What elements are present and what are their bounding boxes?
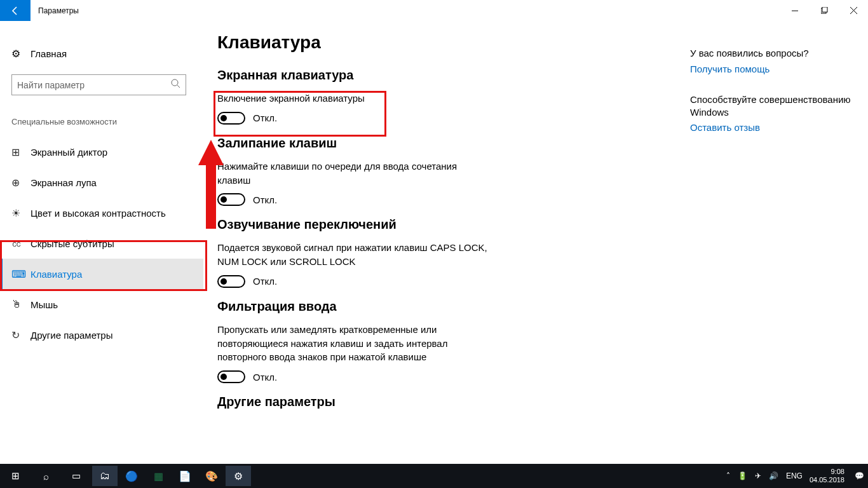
sidebar-item-keyboard[interactable]: ⌨ Клавиатура <box>0 259 203 289</box>
main-content: Клавиатура Экранная клавиатура Включение… <box>203 21 690 464</box>
toggle-toggle-keys[interactable] <box>217 275 245 288</box>
section-heading: Фильтрация ввода <box>217 299 690 314</box>
sidebar-item-label: Скрытые субтитры <box>31 238 114 249</box>
maximize-button[interactable] <box>810 0 839 21</box>
section-heading: Залипание клавиш <box>217 136 690 151</box>
other-icon: ↻ <box>11 329 31 341</box>
help-panel: У вас появились вопросы? Получить помощь… <box>690 21 868 464</box>
taskbar-app-paint[interactable]: 🎨 <box>199 466 224 486</box>
contrast-icon: ☀ <box>11 207 31 219</box>
tray-chevron-icon[interactable]: ˄ <box>722 471 734 480</box>
svg-line-4 <box>177 85 180 88</box>
setting-label: Пропускать или замедлять кратковременные… <box>217 323 491 364</box>
svg-rect-2 <box>822 7 827 12</box>
setting-label: Включение экранной клавиатуры <box>217 92 491 105</box>
home-label: Главная <box>31 48 67 59</box>
sidebar-item-contrast[interactable]: ☀ Цвет и высокая контрастность <box>0 198 203 228</box>
taskbar: ⊞ ⌕ ▭ 🗂 🔵 ▦ 📄 🎨 ⚙ ˄ 🔋 ✈ 🔊 ENG 9:08 04.05… <box>0 464 868 488</box>
taskbar-app-excel[interactable]: ▦ <box>146 466 171 486</box>
sidebar: ⚙ Главная Найти параметр Специальные воз… <box>0 21 203 464</box>
title-bar: Параметры <box>0 0 868 21</box>
sidebar-item-label: Экранная лупа <box>31 177 97 188</box>
toggle-state: Откл. <box>253 194 277 205</box>
sidebar-item-narrator[interactable]: ⊞ Экранный диктор <box>0 137 203 167</box>
window-title: Параметры <box>31 0 79 21</box>
sidebar-item-label: Другие параметры <box>31 330 113 341</box>
sidebar-item-label: Мышь <box>31 299 58 310</box>
tray-airplane-icon[interactable]: ✈ <box>751 471 765 480</box>
sidebar-item-label: Клавиатура <box>31 269 82 280</box>
get-help-link[interactable]: Получить помощь <box>690 64 858 74</box>
tray-battery-icon[interactable]: 🔋 <box>734 471 751 480</box>
search-button[interactable]: ⌕ <box>31 464 61 488</box>
toggle-onscreen-keyboard[interactable] <box>217 112 245 125</box>
section-heading: Экранная клавиатура <box>217 68 690 83</box>
task-view-button[interactable]: ▭ <box>61 464 92 488</box>
setting-label: Нажимайте клавиши по очереди для ввода с… <box>217 159 491 187</box>
keyboard-icon: ⌨ <box>11 268 31 280</box>
nav-section-title: Специальные возможности <box>11 117 203 126</box>
minimize-button[interactable] <box>780 0 810 21</box>
tray-language[interactable]: ENG <box>782 471 806 480</box>
magnifier-icon: ⊕ <box>11 177 31 189</box>
close-button[interactable] <box>839 0 868 21</box>
tray-date: 04.05.2018 <box>810 476 844 484</box>
toggle-sticky-keys[interactable] <box>217 193 245 206</box>
back-button[interactable] <box>0 0 31 21</box>
section-heading: Озвучивание переключений <box>217 217 690 232</box>
tray-clock[interactable]: 9:08 04.05.2018 <box>806 468 851 484</box>
sidebar-item-label: Цвет и высокая контрастность <box>31 208 166 219</box>
captions-icon: ㏄ <box>11 237 31 250</box>
sidebar-item-captions[interactable]: ㏄ Скрытые субтитры <box>0 228 203 259</box>
toggle-state: Откл. <box>253 112 277 123</box>
tray-volume-icon[interactable]: 🔊 <box>765 471 782 480</box>
window-controls <box>780 0 868 21</box>
improve-text: Способствуйте совершенствованию Windows <box>690 93 858 118</box>
taskbar-app-word[interactable]: 📄 <box>172 466 198 486</box>
narrator-icon: ⊞ <box>11 146 31 158</box>
help-question: У вас появились вопросы? <box>690 48 858 58</box>
sidebar-item-other[interactable]: ↻ Другие параметры <box>0 320 203 350</box>
taskbar-app-settings[interactable]: ⚙ <box>226 466 251 486</box>
toggle-state: Откл. <box>253 372 277 383</box>
section-heading: Другие параметры <box>217 395 690 409</box>
setting-label: Подается звуковой сигнал при нажатии кла… <box>217 241 491 269</box>
tray-time: 9:08 <box>810 468 844 476</box>
sidebar-item-label: Экранный диктор <box>31 147 107 158</box>
toggle-state: Откл. <box>253 276 277 287</box>
start-button[interactable]: ⊞ <box>0 464 31 488</box>
svg-point-3 <box>172 79 178 86</box>
taskbar-app-explorer[interactable]: 🗂 <box>92 466 118 486</box>
feedback-link[interactable]: Оставить отзыв <box>690 122 858 133</box>
sidebar-item-mouse[interactable]: 🖱 Мышь <box>0 289 203 320</box>
page-title: Клавиатура <box>217 32 690 53</box>
gear-icon: ⚙ <box>11 48 31 60</box>
search-input[interactable]: Найти параметр <box>11 74 186 95</box>
tray-notifications-icon[interactable]: 💬 <box>851 471 868 480</box>
search-placeholder: Найти параметр <box>17 80 171 90</box>
sidebar-item-magnifier[interactable]: ⊕ Экранная лупа <box>0 167 203 198</box>
mouse-icon: 🖱 <box>11 299 31 310</box>
home-button[interactable]: ⚙ Главная <box>11 41 203 65</box>
taskbar-app-chrome[interactable]: 🔵 <box>119 466 144 486</box>
toggle-filter-keys[interactable] <box>217 370 245 383</box>
search-icon <box>171 79 180 91</box>
